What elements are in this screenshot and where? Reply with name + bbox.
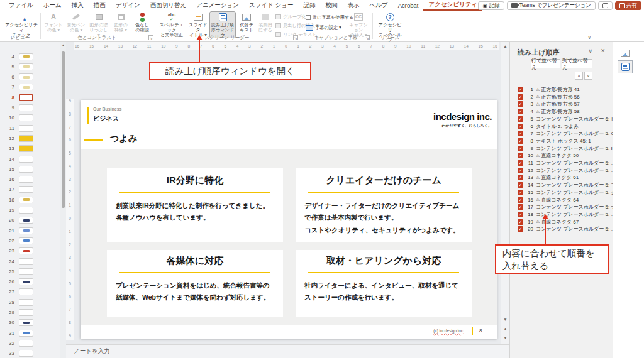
slide-thumbnail[interactable]: 10 [0, 114, 60, 122]
next-slide-button[interactable]: ▼ [501, 335, 509, 340]
reading-order-item[interactable]: ✓9コンテンツ プレースホルダー 5: I… [510, 145, 613, 152]
slide-title-button[interactable]: スライド タ イトル ▾ [187, 12, 209, 38]
thumbnail-image[interactable] [19, 53, 33, 60]
item-checkbox[interactable]: ✓ [518, 168, 523, 173]
thumbnail-image[interactable] [19, 63, 33, 70]
slide-thumbnail[interactable]: 33 [0, 349, 60, 358]
slide-thumbnail[interactable]: 8 [0, 93, 60, 102]
horizontal-ruler[interactable]: 1615141312111098765432101234567891011121… [74, 42, 499, 50]
card-all-media[interactable]: 各媒体に対応 プレゼンテーション資料をはじめ、統合報告書等の 紙媒体、Webサイ… [107, 250, 283, 317]
thumbnail-image[interactable] [19, 319, 33, 326]
slide-thumbnail[interactable]: 7 [0, 83, 60, 92]
thumbnail-image[interactable] [19, 299, 33, 306]
thumbnail-image[interactable] [19, 125, 33, 132]
pane-collapse-icon[interactable]: ∨ [588, 48, 592, 54]
item-checkbox[interactable]: ✓ [518, 87, 523, 92]
slide-thumbnail[interactable]: 29 [0, 308, 60, 317]
scrollbar-thumb[interactable] [62, 51, 65, 208]
thumbnail-image[interactable] [19, 176, 33, 183]
ribbon-tab[interactable]: アニメーション [191, 0, 244, 11]
ribbon-tab[interactable]: ヘルプ [365, 0, 393, 11]
reading-order-item[interactable]: ✓19⚠直線コネクタ 67 [510, 219, 613, 225]
slide-thumbnail[interactable]: 20 [0, 216, 60, 225]
pane-close-icon[interactable]: × [601, 46, 605, 54]
item-checkbox[interactable]: ✓ [518, 131, 523, 136]
slide-thumbnail[interactable]: 27 [0, 288, 60, 296]
thumbnail-image[interactable] [19, 237, 33, 244]
shape-outline-button[interactable]: 図形の 枠線 ▾ [111, 12, 131, 33]
ribbon-tab[interactable]: 表示 [343, 0, 365, 11]
slide-thumbnail[interactable]: 18 [0, 195, 60, 204]
thumbnail-scrollbar[interactable]: ▲ [60, 42, 66, 358]
reading-order-item[interactable]: ✓6タイトル 2: つよみ [510, 123, 613, 130]
slide-thumbnail[interactable]: 25 [0, 267, 60, 276]
item-checkbox[interactable]: ✓ [518, 212, 523, 217]
reading-order-item[interactable]: ✓3⚠正方形/長方形 57 [510, 100, 613, 107]
slide-thumbnail[interactable]: 28 [0, 298, 60, 306]
thumbnail-image[interactable] [19, 350, 33, 357]
slide-thumbnail[interactable]: 9 [0, 104, 60, 112]
card-interview[interactable]: 取材・ヒアリングから対応 社内ライターによる、インタビュー、取材を通じて ストー… [296, 250, 472, 317]
thumbnail-image[interactable] [19, 166, 33, 173]
sort-by-row-button[interactable]: 行で並べ替え [531, 59, 560, 68]
slide-thumbnail[interactable]: 24 [0, 257, 60, 266]
thumbnail-image[interactable] [19, 114, 33, 121]
dialog-launcher-icon[interactable]: ↘ [293, 35, 298, 40]
previous-slide-button[interactable]: ▲ [501, 327, 509, 331]
slide-thumbnail[interactable]: 21 [0, 226, 60, 235]
subtitle-settings-button[interactable]: 字幕の設定 ▾ [306, 24, 341, 31]
reading-order-pane-toggle[interactable] [618, 61, 632, 73]
thumbnail-image[interactable] [19, 278, 33, 285]
thumbnail-image[interactable] [19, 135, 33, 142]
check-without-color-button[interactable]: 色なし の確認 [131, 12, 153, 33]
slide-thumbnail[interactable]: 17 [0, 185, 60, 194]
thumbnail-image[interactable] [19, 104, 33, 111]
item-checkbox[interactable]: ✓ [518, 146, 523, 151]
dialog-launcher-icon[interactable]: ↘ [365, 35, 370, 40]
thumbnail-image[interactable] [19, 145, 33, 152]
slide-thumbnail[interactable]: 12 [0, 134, 60, 143]
thumbnail-image[interactable] [19, 288, 33, 295]
alt-text-pane-button[interactable] [618, 47, 632, 59]
reading-order-item[interactable]: ✓7コンテンツ プレースホルダー 5: O… [510, 130, 613, 137]
thumbnail-image[interactable] [19, 217, 33, 224]
always-use-subtitles-checkbox[interactable]: 常に字幕を使用する [306, 14, 353, 21]
reading-order-item[interactable]: ✓14コンテンツ プレースホルダー 5: プ… [510, 182, 613, 188]
slide-thumbnail[interactable]: 14 [0, 155, 60, 163]
notes-input[interactable]: ノートを入力 [66, 344, 509, 358]
teams-present-button[interactable]: Teams でプレゼンテーション [507, 1, 596, 10]
record-button[interactable]: ◉ 記録 [478, 1, 504, 10]
slide-thumbnail[interactable]: 11 [0, 124, 60, 133]
share-button[interactable]: 共有 [615, 1, 641, 10]
slide-thumbnail[interactable]: 15 [0, 165, 60, 173]
item-checkbox[interactable]: ✓ [518, 138, 523, 144]
reading-order-item[interactable]: ✓11コンテンツ プレースホルダー 5: … [510, 160, 613, 166]
ribbon-tab[interactable]: 校閲 [321, 0, 343, 11]
item-checkbox[interactable]: ✓ [518, 109, 523, 114]
slide-thumbnail[interactable]: 16 [0, 175, 60, 184]
slide-thumbnail[interactable]: 5 [0, 62, 60, 71]
reading-order-item[interactable]: ✓5コンテンツ プレースホルダー 6: ビ… [510, 116, 613, 122]
thumbnail-image[interactable] [19, 309, 33, 316]
ribbon-tab[interactable]: アクセシビリティ [423, 0, 482, 11]
card-ir-focus[interactable]: IR分野に特化 創業以来IR分野に特化した制作を行ってきました。 各種ノウハウを… [107, 168, 283, 242]
font-color-button[interactable]: A フォント の色 ▾ [43, 12, 64, 33]
item-checkbox[interactable]: ✓ [518, 182, 523, 188]
collapse-ribbon-icon[interactable]: ∨ [587, 35, 591, 40]
scroll-up-icon[interactable]: ▲ [60, 43, 66, 47]
slide-thumbnail[interactable]: 22 [0, 236, 60, 245]
reading-order-item[interactable]: ✓18コンテンツ プレースホルダー 5: … [510, 211, 613, 218]
highlighter-color-button[interactable]: 蛍光ペン の色 ▾ [65, 12, 87, 33]
item-checkbox[interactable]: ✓ [518, 226, 523, 232]
insert-caption-button[interactable]: CC キャプション の挿入 ▾ [347, 12, 370, 38]
slide-thumbnail[interactable]: 31 [0, 328, 60, 337]
reading-order-item[interactable]: ✓16⚠直線コネクタ 64 [510, 197, 613, 203]
ribbon-tab[interactable]: Acrobat [393, 0, 424, 11]
slide-thumbnail[interactable]: 4 [0, 52, 60, 61]
reading-order-item[interactable]: ✓17コンテンツ プレースホルダー 5: デ… [510, 203, 613, 210]
reading-order-item[interactable]: ✓1⚠正方形/長方形 41 [510, 86, 613, 93]
group-objects-button[interactable]: グループ化 ▾ [275, 14, 309, 20]
thumbnail-image[interactable] [19, 227, 33, 234]
item-checkbox[interactable]: ✓ [518, 153, 523, 158]
ribbon-tab[interactable]: 挿入 [67, 0, 89, 11]
